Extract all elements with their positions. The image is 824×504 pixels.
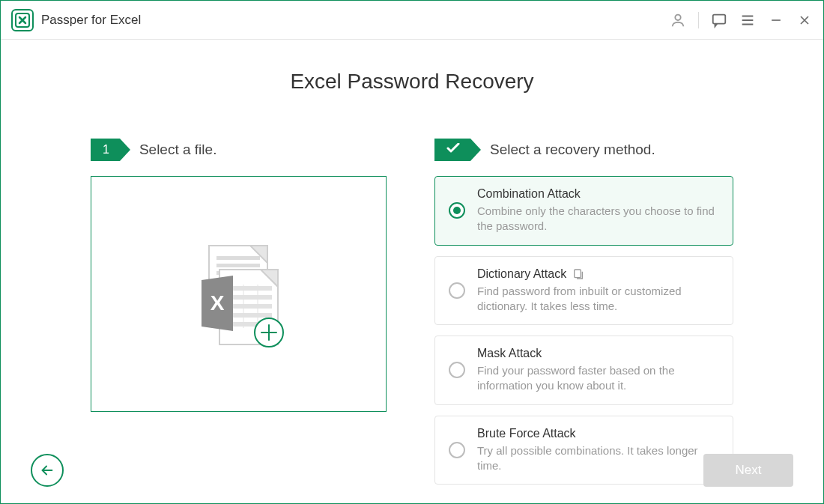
account-icon[interactable] [670, 12, 686, 28]
method-desc: Find password from inbuilt or customized… [477, 284, 719, 315]
method-title: Mask Attack [477, 347, 542, 360]
right-column: Select a recovery method. Combination At… [434, 139, 733, 485]
svg-rect-2 [713, 14, 726, 23]
menu-icon[interactable] [739, 12, 756, 28]
method-title: Dictionary Attack [477, 267, 566, 281]
step1-badge: 1 [91, 139, 120, 161]
svg-text:X: X [210, 291, 224, 315]
page-title: Excel Password Recovery [31, 70, 793, 94]
left-column: 1 Select a file. [91, 139, 390, 485]
check-icon [446, 143, 460, 157]
method-dictionary-attack[interactable]: Dictionary Attack Find password from inb… [434, 256, 733, 326]
info-icon[interactable] [572, 268, 584, 280]
svg-rect-12 [230, 304, 272, 309]
svg-rect-5 [216, 256, 260, 260]
title-bar: Passper for Excel [1, 1, 823, 40]
arrow-left-icon [39, 462, 55, 479]
radio-icon [449, 202, 465, 219]
svg-rect-11 [230, 295, 272, 300]
step1-number: 1 [103, 143, 109, 157]
radio-icon [449, 362, 465, 378]
back-button[interactable] [31, 454, 64, 487]
app-logo-icon [11, 9, 34, 31]
minimize-icon[interactable] [768, 12, 784, 28]
close-icon[interactable] [796, 12, 813, 28]
next-button[interactable]: Next [703, 454, 793, 487]
svg-point-1 [675, 14, 680, 19]
radio-icon [449, 282, 465, 299]
method-title: Brute Force Attack [477, 427, 576, 440]
step2-label: Select a recovery method. [490, 142, 655, 158]
svg-rect-10 [230, 286, 272, 291]
method-combination-attack[interactable]: Combination Attack Combine only the char… [434, 176, 733, 246]
app-window: Passper for Excel Excel Password Recover… [0, 0, 824, 504]
file-drop-area[interactable]: X [91, 176, 387, 412]
feedback-icon[interactable] [711, 12, 727, 28]
method-desc: Find your password faster based on the i… [477, 363, 719, 394]
method-mask-attack[interactable]: Mask Attack Find your password faster ba… [434, 336, 733, 405]
method-title: Combination Attack [477, 187, 581, 201]
step1-label: Select a file. [139, 142, 217, 158]
recovery-methods: Combination Attack Combine only the char… [434, 176, 733, 485]
svg-rect-13 [230, 313, 272, 318]
svg-rect-6 [216, 264, 260, 267]
svg-rect-20 [575, 270, 581, 278]
method-desc: Combine only the characters you choose t… [477, 204, 719, 234]
excel-file-add-icon: X [187, 237, 291, 352]
step2-badge [434, 139, 470, 161]
app-title: Passper for Excel [41, 13, 141, 28]
